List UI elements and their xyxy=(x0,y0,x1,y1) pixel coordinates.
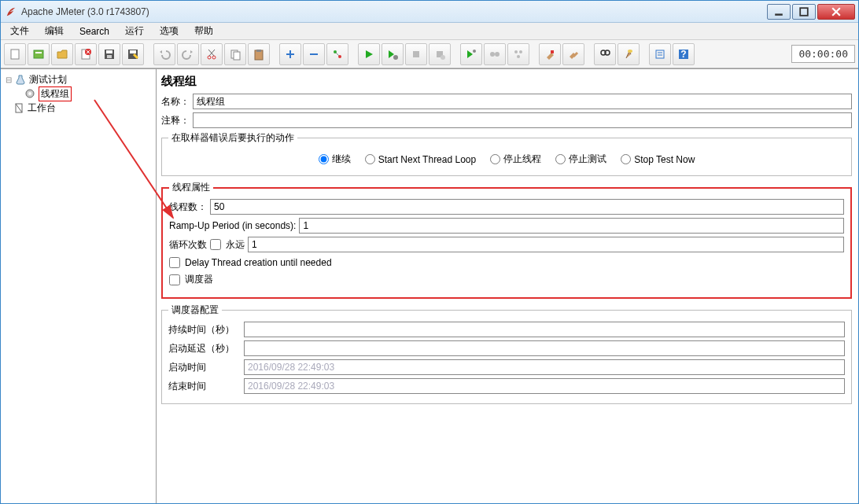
ramp-input[interactable] xyxy=(299,218,844,234)
svg-point-39 xyxy=(517,55,520,58)
tree-toggle-icon[interactable]: ⊟ xyxy=(6,75,12,84)
clear-button[interactable] xyxy=(539,43,561,65)
remote-stop-button[interactable] xyxy=(484,43,506,65)
redo-button[interactable] xyxy=(177,43,199,65)
close-button[interactable] xyxy=(817,4,855,20)
svg-point-36 xyxy=(495,52,500,57)
scheduler-fieldset: 调度器配置 持续时间（秒） 启动延迟（秒） 启动时间 结束时间 xyxy=(161,304,852,404)
remote-shutdown-button[interactable] xyxy=(507,43,529,65)
radio-next-loop[interactable]: Start Next Thread Loop xyxy=(365,153,477,166)
tree-thread-group[interactable]: 线程组 xyxy=(2,86,154,101)
radio-stop-now[interactable]: Stop Test Now xyxy=(621,153,695,166)
menu-run[interactable]: 运行 xyxy=(119,23,150,39)
save-button[interactable] xyxy=(98,43,120,65)
svg-rect-21 xyxy=(234,52,240,60)
radio-continue[interactable]: 继续 xyxy=(319,153,351,166)
menu-options[interactable]: 选项 xyxy=(153,23,185,39)
app-window: Apache JMeter (3.0 r1743807) 文件 编辑 Searc… xyxy=(0,0,859,504)
shutdown-button[interactable] xyxy=(429,43,451,65)
svg-rect-13 xyxy=(107,55,112,58)
comment-input[interactable] xyxy=(193,112,852,128)
name-input[interactable] xyxy=(193,94,852,109)
svg-rect-1 xyxy=(800,8,808,16)
svg-text:?: ? xyxy=(680,49,686,60)
minimize-button[interactable] xyxy=(767,4,791,20)
scheduler-checkbox[interactable]: 调度器 xyxy=(169,273,844,286)
clear-all-button[interactable] xyxy=(562,43,584,65)
svg-rect-40 xyxy=(551,50,554,53)
startup-delay-label: 启动延迟（秒） xyxy=(168,342,241,355)
svg-line-29 xyxy=(336,53,339,56)
svg-rect-45 xyxy=(656,50,664,58)
clipboard-icon xyxy=(13,102,24,113)
window-title: Apache JMeter (3.0 r1743807) xyxy=(21,6,765,17)
paste-button[interactable] xyxy=(248,43,270,65)
svg-point-17 xyxy=(212,56,216,59)
menubar: 文件 编辑 Search 运行 选项 帮助 xyxy=(1,23,858,40)
close-file-button[interactable] xyxy=(75,43,97,65)
comment-label: 注释： xyxy=(161,114,190,127)
expand-button[interactable] xyxy=(279,43,301,65)
help-button[interactable]: ? xyxy=(673,43,695,65)
new-button[interactable] xyxy=(4,43,26,65)
loop-label: 循环次数 xyxy=(169,238,207,252)
radio-stop-thread[interactable]: 停止线程 xyxy=(490,153,541,166)
svg-point-37 xyxy=(514,50,518,53)
timer-display: 00:00:00 xyxy=(791,45,855,63)
svg-point-35 xyxy=(490,52,495,57)
templates-button[interactable] xyxy=(28,43,50,65)
delay-checkbox[interactable]: Delay Thread creation until needed xyxy=(169,257,844,268)
window-buttons xyxy=(765,4,855,20)
function-button[interactable] xyxy=(649,43,671,65)
svg-point-51 xyxy=(28,92,31,95)
search-button[interactable] xyxy=(594,43,616,65)
maximize-button[interactable] xyxy=(792,4,816,20)
end-time-input[interactable] xyxy=(244,378,845,394)
threads-input[interactable] xyxy=(210,199,844,215)
tree-workbench[interactable]: 工作台 xyxy=(2,101,154,115)
tree-test-plan[interactable]: ⊟ 测试计划 xyxy=(2,72,154,86)
start-no-pause-button[interactable] xyxy=(382,43,404,65)
svg-rect-23 xyxy=(256,50,261,52)
svg-rect-15 xyxy=(130,50,136,53)
loop-input[interactable] xyxy=(248,237,844,252)
copy-button[interactable] xyxy=(224,43,246,65)
svg-rect-5 xyxy=(34,50,43,58)
svg-point-30 xyxy=(393,55,398,60)
remote-start-button[interactable] xyxy=(460,43,482,65)
svg-rect-6 xyxy=(35,52,42,53)
titlebar: Apache JMeter (3.0 r1743807) xyxy=(1,1,858,23)
save-as-button[interactable] xyxy=(122,43,144,65)
start-button[interactable] xyxy=(358,43,380,65)
svg-point-38 xyxy=(519,50,522,53)
menu-help[interactable]: 帮助 xyxy=(188,23,219,39)
stop-button[interactable] xyxy=(405,43,427,65)
reset-search-button[interactable] xyxy=(618,43,640,65)
menu-search[interactable]: Search xyxy=(73,24,116,39)
svg-rect-4 xyxy=(11,50,19,59)
radio-stop-test[interactable]: 停止测试 xyxy=(555,153,606,166)
startup-delay-input[interactable] xyxy=(244,340,845,356)
threads-label: 线程数： xyxy=(169,200,207,214)
menu-file[interactable]: 文件 xyxy=(4,23,35,39)
start-time-input[interactable] xyxy=(244,359,845,375)
panel-title: 线程组 xyxy=(161,74,852,89)
toggle-button[interactable] xyxy=(326,43,348,65)
open-button[interactable] xyxy=(51,43,73,65)
tree-panel: ⊟ 测试计划 线程组 工作台 xyxy=(1,69,157,503)
svg-point-44 xyxy=(628,50,632,53)
duration-label: 持续时间（秒） xyxy=(168,323,241,337)
duration-input[interactable] xyxy=(244,322,845,337)
svg-point-33 xyxy=(441,55,445,60)
on-error-legend: 在取样器错误后要执行的动作 xyxy=(168,131,297,145)
cut-button[interactable] xyxy=(201,43,223,65)
collapse-button[interactable] xyxy=(303,43,325,65)
forever-checkbox[interactable]: 永远 xyxy=(210,238,245,252)
end-time-label: 结束时间 xyxy=(168,380,241,393)
svg-line-18 xyxy=(209,50,215,56)
gear-icon xyxy=(24,88,35,99)
undo-button[interactable] xyxy=(153,43,175,65)
app-icon xyxy=(6,6,17,17)
menu-edit[interactable]: 编辑 xyxy=(39,23,70,39)
svg-point-16 xyxy=(208,56,211,59)
